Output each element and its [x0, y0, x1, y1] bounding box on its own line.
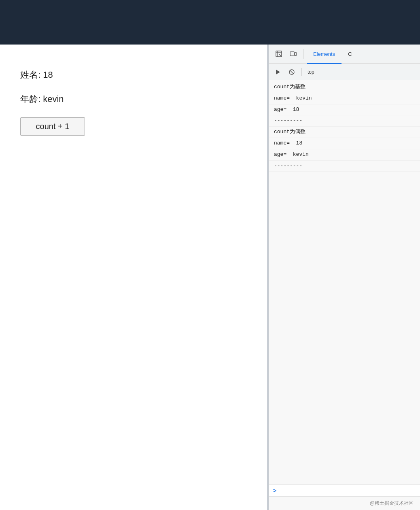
svg-rect-3 — [290, 52, 294, 56]
console-run-button[interactable] — [272, 66, 284, 78]
devtools-panel: Elements C top — [269, 45, 420, 510]
device-toggle-button[interactable] — [287, 47, 300, 60]
svg-rect-4 — [295, 53, 297, 55]
console-block-button[interactable] — [286, 66, 297, 78]
main-area: 姓名: 18 年龄: kevin count + 1 — [0, 45, 420, 510]
footer-attribution: @稀土掘金技术社区 — [269, 496, 420, 510]
svg-line-7 — [290, 70, 294, 74]
toolbar-separator — [303, 49, 303, 59]
webpage-area: 姓名: 18 年龄: kevin count + 1 — [0, 45, 267, 510]
console-line: name= kevin — [269, 93, 420, 104]
console-line: count为基数 — [269, 82, 420, 93]
age-display: 年龄: kevin — [20, 93, 247, 105]
console-line: name= 18 — [269, 138, 420, 149]
console-input[interactable] — [280, 488, 416, 494]
inspect-element-button[interactable] — [272, 47, 285, 60]
svg-marker-5 — [276, 70, 280, 74]
console-separator — [301, 68, 302, 76]
console-chevron-icon: > — [273, 487, 276, 494]
name-display: 姓名: 18 — [20, 69, 247, 81]
tab-elements[interactable]: Elements — [307, 45, 342, 64]
console-output: count为基数name= kevinage= 18---------count… — [269, 80, 420, 484]
console-line: age= kevin — [269, 149, 420, 161]
console-line: --------- — [269, 161, 420, 172]
devtools-toolbar: Elements C — [269, 45, 420, 64]
console-line: --------- — [269, 115, 420, 127]
tab-console-partial[interactable]: C — [342, 45, 358, 64]
console-line: count为偶数 — [269, 127, 420, 138]
console-input-area: > — [269, 484, 420, 496]
context-select[interactable]: top — [306, 68, 316, 76]
browser-top-bar — [0, 0, 420, 45]
console-line: age= 18 — [269, 104, 420, 116]
count-button[interactable]: count + 1 — [20, 117, 85, 136]
devtools-tabs: Elements C — [307, 45, 358, 63]
console-toolbar: top — [269, 64, 420, 80]
